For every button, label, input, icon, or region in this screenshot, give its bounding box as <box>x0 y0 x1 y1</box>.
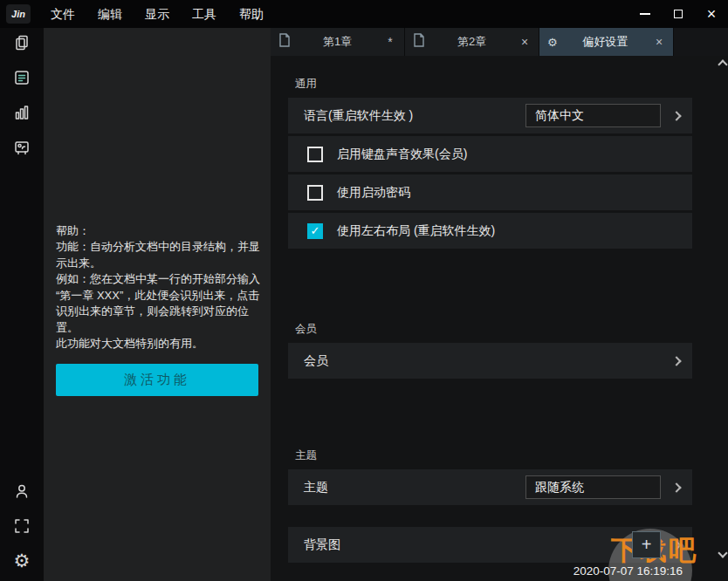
menu-edit[interactable]: 编辑 <box>86 0 134 28</box>
tab-label: 偏好设置 <box>558 34 653 50</box>
startup-password-checkbox[interactable] <box>307 185 323 201</box>
language-select[interactable]: 简体中文 <box>525 104 661 127</box>
document-icon <box>413 33 425 51</box>
tab-preferences[interactable]: ⚙ 偏好设置 × <box>539 28 674 56</box>
setting-row-keyboard-sound[interactable]: 启用键盘声音效果(会员) <box>288 136 692 172</box>
section-title-member: 会员 <box>295 322 692 336</box>
setting-label: 会员 <box>304 353 328 369</box>
user-icon[interactable] <box>11 482 32 501</box>
chevron-right-icon[interactable] <box>671 111 681 120</box>
activate-feature-button[interactable]: 激活功能 <box>56 364 258 396</box>
theme-select[interactable]: 跟随系统 <box>525 475 661 499</box>
menu-tools[interactable]: 工具 <box>181 0 228 28</box>
setting-row-theme[interactable]: 主题 跟随系统 <box>288 469 692 505</box>
setting-row-background-image[interactable]: 背景图 + <box>288 527 692 563</box>
gear-icon: ⚙ <box>14 551 31 571</box>
setting-row-layout[interactable]: ✓ 使用左右布局 (重启软件生效) <box>288 213 692 249</box>
titlebar: Jin 文件 编辑 显示 工具 帮助 × <box>0 0 728 28</box>
close-icon: × <box>707 6 717 22</box>
setting-label: 启用键盘声音效果(会员) <box>337 147 467 162</box>
help-panel: 帮助： 功能：自动分析文档中的目录结构，并显示出来。 例如：您在文档中某一行的开… <box>44 28 271 581</box>
close-button[interactable]: × <box>695 0 728 28</box>
section-title-general: 通用 <box>295 77 692 91</box>
document-icon <box>278 33 291 51</box>
minimize-icon <box>640 13 650 15</box>
fullscreen-icon[interactable] <box>11 516 32 536</box>
chevron-right-icon[interactable] <box>671 482 681 492</box>
help-text: 帮助： 功能：自动分析文档中的目录结构，并显示出来。 例如：您在文档中某一行的开… <box>56 223 260 352</box>
tab-close-icon[interactable]: × <box>519 35 531 49</box>
menubar: 文件 编辑 显示 工具 帮助 <box>39 0 275 28</box>
minimize-button[interactable] <box>628 0 662 28</box>
setting-label: 语言(重启软件生效 ) <box>304 108 413 124</box>
setting-label: 使用左右布局 (重启软件生效) <box>337 223 495 239</box>
tab-close-icon[interactable]: × <box>653 35 665 49</box>
documents-icon[interactable] <box>11 33 32 52</box>
app-logo: Jin <box>6 4 31 24</box>
setting-label: 背景图 <box>304 537 340 553</box>
tab-bar: 第1章 * 第2章 × ⚙ 偏好设置 × <box>271 28 728 56</box>
section-title-theme: 主题 <box>295 448 692 462</box>
setting-row-member[interactable]: 会员 <box>288 343 692 379</box>
chevron-right-icon[interactable] <box>671 540 681 550</box>
bar-chart-icon[interactable] <box>11 103 32 122</box>
setting-row-startup-password[interactable]: 使用启动密码 <box>288 174 692 210</box>
keyboard-sound-checkbox[interactable] <box>307 147 323 162</box>
settings-gear-icon[interactable]: ⚙ <box>11 551 32 571</box>
tab-chapter2[interactable]: 第2章 × <box>405 28 539 56</box>
timestamp: 2020-07-07 16:19:16 <box>573 564 683 578</box>
window-controls: × <box>628 0 728 28</box>
outline-list-icon[interactable] <box>11 68 32 87</box>
gear-icon: ⚙ <box>547 36 558 49</box>
app-window: Jin 文件 编辑 显示 工具 帮助 × <box>0 0 728 581</box>
setting-row-language[interactable]: 语言(重启软件生效 ) 简体中文 <box>288 98 692 133</box>
maximize-icon <box>674 10 683 18</box>
tab-chapter1[interactable]: 第1章 * <box>271 28 405 56</box>
main-area: 第1章 * 第2章 × ⚙ 偏好设置 × 通用 语言(重启软件生效 ) <box>271 28 728 581</box>
tab-label: 第2章 <box>425 34 519 50</box>
layout-checkbox[interactable]: ✓ <box>307 223 323 239</box>
maximize-button[interactable] <box>662 0 695 28</box>
settings-page: 通用 语言(重启软件生效 ) 简体中文 启用键盘声音效果(会员) 使用启动密码 … <box>271 56 728 581</box>
presentation-icon[interactable] <box>11 138 32 157</box>
add-background-image-button[interactable]: + <box>632 531 661 558</box>
chevron-right-icon[interactable] <box>671 356 681 366</box>
menu-help[interactable]: 帮助 <box>228 0 275 28</box>
menu-view[interactable]: 显示 <box>134 0 181 28</box>
setting-label: 使用启动密码 <box>337 185 410 201</box>
tab-label: 第1章 <box>291 34 384 50</box>
modified-indicator: * <box>384 35 396 49</box>
menu-file[interactable]: 文件 <box>39 0 86 28</box>
icon-sidebar: ⚙ <box>0 28 44 581</box>
setting-label: 主题 <box>304 480 328 496</box>
